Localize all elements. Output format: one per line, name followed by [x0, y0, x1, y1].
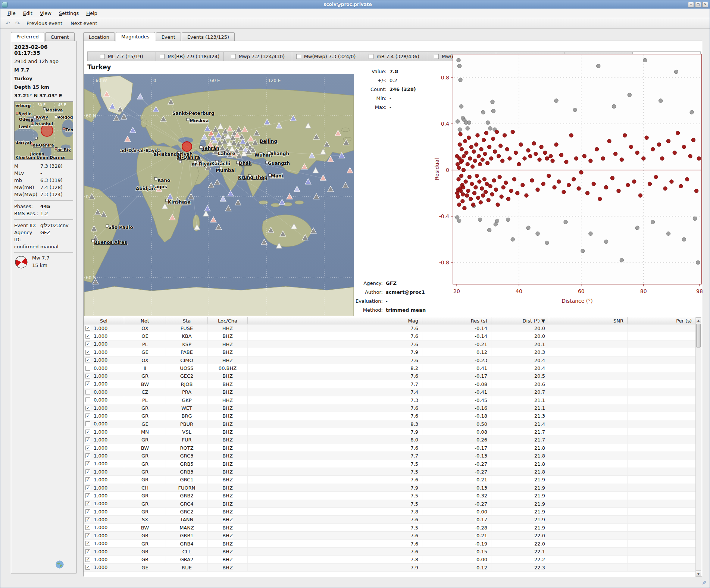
magnitude-tab-mb[interactable]: mB 7.4 (328/436)	[360, 52, 428, 61]
row-checkbox[interactable]: ✓	[85, 430, 90, 434]
magnitude-checkbox[interactable]	[160, 54, 165, 59]
menu-item-edit[interactable]: Edit	[20, 9, 36, 17]
column-header-dist-[interactable]: Dist (°) ▼	[491, 317, 549, 324]
column-header-loc-cha[interactable]: Loc/Cha	[208, 317, 248, 324]
menu-item-settings[interactable]: Settings	[56, 9, 82, 17]
row-checkbox[interactable]: ✓	[85, 406, 90, 411]
row-checkbox[interactable]	[85, 397, 90, 402]
magnitude-list-row[interactable]: mb6.3 (319)	[14, 177, 73, 184]
table-row[interactable]: ✓1.000BWMANZBHZ7.5-0.2821.9	[84, 524, 696, 532]
row-checkbox[interactable]: ✓	[85, 477, 90, 482]
table-row[interactable]: ✓1.000GRBRGBHZ7.6-0.1821.3	[84, 412, 696, 420]
column-header-per-s-[interactable]: Per (s)	[628, 317, 696, 324]
row-checkbox[interactable]: ✓	[85, 501, 90, 506]
row-checkbox[interactable]	[85, 390, 90, 394]
magnitude-tab-mwp[interactable]: Mwp 7.2 (324/430)	[224, 52, 292, 61]
table-row[interactable]: ✓1.000MNVSLBHZ7.90.0821.7	[84, 428, 696, 436]
row-checkbox[interactable]: ✓	[85, 437, 90, 442]
table-row[interactable]: ✓1.000GRGRB3BHZ7.5-0.2721.8	[84, 468, 696, 476]
table-row[interactable]: ✓1.000GRGRC4BHZ7.5-0.2721.9	[84, 500, 696, 508]
table-row[interactable]: ✓1.000GRGRB2BHZ7.5-0.3221.9	[84, 492, 696, 500]
row-checkbox[interactable]: ✓	[85, 525, 90, 530]
row-checkbox[interactable]: ✓	[85, 493, 90, 498]
row-checkbox[interactable]	[85, 421, 90, 426]
table-row[interactable]: 0.000PLGKPHHZ7.3-0.4521.1	[84, 396, 696, 404]
scroll-up-arrow[interactable]: ▲	[696, 317, 701, 323]
station-world-map[interactable]: 60 W060 E120 E60 N060 SSankt-PeterburgMo…	[84, 74, 354, 316]
table-row[interactable]: ✓1.000GRGRB1BHZ7.6-0.2122.0	[84, 532, 696, 540]
row-checkbox[interactable]: ✓	[85, 541, 90, 546]
magnitude-list-row[interactable]: M7.3 (328)	[14, 163, 73, 170]
row-checkbox[interactable]	[85, 366, 90, 371]
close-button[interactable]: ✕	[702, 2, 708, 7]
magnitude-checkbox[interactable]	[231, 54, 236, 59]
table-row[interactable]: ✓1.000GRGRC1BHZ7.6-0.2121.9	[84, 476, 696, 484]
magnitude-checkbox[interactable]	[369, 54, 373, 59]
table-row[interactable]: ✓1.000PLKSPHHZ7.6-0.2120.1	[84, 340, 696, 348]
row-checkbox[interactable]: ✓	[85, 342, 90, 346]
magnitude-list-row[interactable]: MLv-	[14, 170, 73, 177]
column-header-snr[interactable]: SNR	[549, 317, 628, 324]
column-header-sta[interactable]: Sta	[166, 317, 208, 324]
table-row[interactable]: ✓1.000GRGRC3BHZ7.7-0.1321.8	[84, 452, 696, 460]
table-row[interactable]: ✓1.000OXCIMOHHZ7.6-0.2320.4	[84, 356, 696, 364]
magnitude-tab-mw(mwp)[interactable]: Mw(Mwp) 7.3 (324/0)	[292, 52, 360, 61]
globe-icon[interactable]	[55, 560, 64, 570]
row-checkbox[interactable]: ✓	[85, 461, 90, 466]
row-checkbox[interactable]: ✓	[85, 533, 90, 538]
table-row[interactable]: 0.000IIUOSS00.BHZ8.20.4120.4	[84, 364, 696, 372]
table-row[interactable]: ✓1.000OXFUSEHHZ7.6-0.1420.0	[84, 324, 696, 332]
table-row[interactable]: ✓1.000SXTANNBHZ7.6-0.1721.9	[84, 516, 696, 523]
table-row[interactable]: 0.000GEPBURBHZ8.30.5021.4	[84, 420, 696, 428]
row-checkbox[interactable]: ✓	[85, 414, 90, 418]
row-checkbox[interactable]: ✓	[85, 374, 90, 378]
event-minimap[interactable]: 30 E45 EerburgMoskvaBerlinKyyivVolgogOde…	[14, 101, 73, 160]
menu-item-view[interactable]: View	[37, 9, 55, 17]
focal-mechanism-beachball-icon[interactable]	[14, 255, 28, 269]
scrollbar-thumb[interactable]	[696, 324, 701, 348]
row-checkbox[interactable]: ✓	[85, 381, 90, 386]
next-event-button[interactable]: Next event	[68, 19, 100, 27]
magnitude-list-row[interactable]: Mw(mB)7.4 (328)	[14, 184, 73, 191]
tab-magnitudes[interactable]: Magnitudes	[116, 32, 155, 42]
forward-arrow-icon[interactable]: ↷	[14, 20, 21, 27]
menu-item-help[interactable]: Help	[83, 9, 101, 17]
row-checkbox[interactable]: ✓	[85, 517, 90, 522]
row-checkbox[interactable]: ✓	[85, 557, 90, 562]
table-row[interactable]: ✓1.000CHFUORNBHZ7.90.1321.9	[84, 484, 696, 492]
tab-preferred[interactable]: Preferred	[11, 32, 44, 42]
table-row[interactable]: ✓1.000BWROTZBHZ7.6-0.1721.8	[84, 444, 696, 452]
magnitude-checkbox[interactable]	[296, 54, 301, 59]
row-checkbox[interactable]: ✓	[85, 334, 90, 339]
row-checkbox[interactable]: ✓	[85, 350, 90, 355]
row-checkbox[interactable]: ✓	[85, 565, 90, 570]
table-row[interactable]: ✓1.000GERUEBHZ7.90.1222.3	[84, 564, 696, 572]
row-checkbox[interactable]: ✓	[85, 469, 90, 474]
table-row[interactable]: ✓1.000GRGRC2BHZ7.80.0021.9	[84, 508, 696, 516]
minimize-button[interactable]: –	[688, 2, 694, 7]
row-checkbox[interactable]: ✓	[85, 358, 90, 362]
maximize-button[interactable]: ▢	[695, 2, 701, 7]
residual-distance-plot[interactable]: 20406080980.80.40-0.4-0.8Distance (°)Res…	[434, 52, 710, 314]
column-header-res-s-[interactable]: Res (s)	[422, 317, 491, 324]
table-row[interactable]: ✓1.000GEPABEBHZ7.90.1220.3	[84, 348, 696, 356]
table-row[interactable]: ✓1.000GRWETBHZ7.6-0.1621.1	[84, 404, 696, 412]
table-scrollbar[interactable]: ▲ ▼	[695, 317, 701, 577]
column-header-net[interactable]: Net	[124, 317, 166, 324]
back-arrow-icon[interactable]: ↶	[4, 20, 12, 27]
table-row[interactable]: ✓1.000BWRJOBBHZ7.7-0.0820.6	[84, 380, 696, 388]
row-checkbox[interactable]: ✓	[85, 509, 90, 514]
scroll-down-arrow[interactable]: ▼	[696, 570, 701, 576]
titlebar[interactable]: scolv@proc.private – ▢ ✕	[0, 0, 710, 9]
row-checkbox[interactable]: ✓	[85, 485, 90, 490]
magnitude-tab-ms(bb)[interactable]: Ms(BB) 7.9 (318/424)	[156, 52, 224, 61]
column-header-sel[interactable]: Sel	[84, 317, 124, 324]
table-row[interactable]: ✓1.000GRCLLBHZ7.6-0.1522.1	[84, 548, 696, 556]
table-row[interactable]: ✓1.000GRFURBHZ8.00.2621.7	[84, 436, 696, 444]
column-header-mag[interactable]: Mag	[248, 317, 422, 324]
table-row[interactable]: ✓1.000GRGRB5BHZ7.5-0.2721.8	[84, 460, 696, 468]
row-checkbox[interactable]: ✓	[85, 326, 90, 331]
magnitude-checkbox[interactable]	[100, 54, 105, 59]
table-row[interactable]: ✓1.000OEKBABHZ7.6-0.1420.0	[84, 332, 696, 340]
table-row[interactable]: ✓1.000GRGRA2BHZ7.80.0022.2	[84, 556, 696, 563]
